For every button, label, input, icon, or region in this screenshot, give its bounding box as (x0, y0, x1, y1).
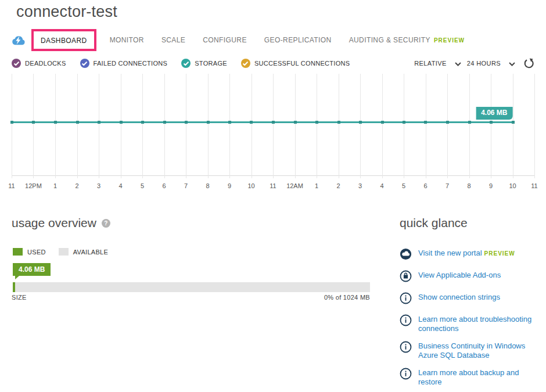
metric-check-icon (12, 59, 21, 68)
chart-gridline (534, 74, 535, 178)
refresh-icon[interactable] (523, 58, 534, 69)
link-troubleshooting-connections[interactable]: Learn more about troubleshooting connect… (400, 315, 546, 333)
cloud-lightning-icon (12, 35, 26, 45)
series-point-marker (54, 121, 57, 124)
quick-glance-section: quick glance Visit the new portalPREVIEW… (400, 216, 546, 392)
x-tick-label: 2 (75, 182, 78, 189)
chart-gridline (447, 74, 448, 178)
legend-item-used: USED (13, 248, 46, 256)
chart-controls: RELATIVE 24 HOURS (414, 58, 534, 69)
series-point-marker (294, 121, 297, 124)
relative-dropdown[interactable]: RELATIVE (414, 60, 447, 67)
x-tick-label: 4 (118, 182, 122, 189)
quick-glance-heading: quick glance (400, 216, 468, 230)
chart-gridline (77, 74, 78, 178)
chart-gridline (382, 74, 383, 178)
link-visit-new-portal[interactable]: Visit the new portalPREVIEW (400, 249, 546, 262)
x-tick-label: 7 (184, 182, 188, 189)
series-point-marker (32, 121, 35, 124)
series-point-marker (250, 121, 253, 124)
series-point-marker (163, 121, 166, 124)
metric-toggle-successful-connections[interactable]: SUCCESSFUL CONNECTIONS (241, 59, 350, 68)
chart-gridline (55, 74, 56, 178)
storage-series-line (12, 121, 513, 123)
chevron-down-icon[interactable] (509, 62, 515, 66)
usage-overview-section: usage overview ? USED AVAILABLE 4.06 MB … (12, 216, 372, 301)
series-point-marker (424, 121, 427, 124)
x-tick-label: 11 (8, 182, 15, 189)
chart-plot: 4.06 MB (12, 74, 534, 176)
chevron-down-icon[interactable] (455, 62, 461, 66)
chart-gridline (317, 74, 317, 178)
metric-check-icon (181, 59, 191, 68)
chart-gridline (252, 74, 252, 178)
info-icon (400, 314, 412, 329)
usage-bar (13, 282, 370, 292)
series-point-marker (468, 121, 471, 124)
info-icon (400, 292, 412, 307)
usage-overview-heading: usage overview (12, 216, 96, 230)
chart-gridline (404, 74, 404, 178)
tab-geo-replication[interactable]: GEO-REPLICATION (256, 36, 340, 44)
series-point-marker (403, 121, 405, 124)
x-tick-label: 9 (228, 182, 231, 189)
series-point-marker (120, 121, 123, 124)
tab-monitor[interactable]: MONITOR (101, 36, 153, 44)
chart-gridline (426, 74, 426, 178)
series-point-marker (98, 121, 100, 124)
size-value: 0% of 1024 MB (324, 294, 370, 301)
x-tick-label: 12PM (25, 182, 42, 189)
series-point-marker (315, 121, 318, 124)
info-icon (400, 368, 412, 382)
chart-gridline (208, 74, 209, 178)
x-tick-label: 5 (141, 182, 144, 189)
chart-gridline (360, 74, 361, 178)
tab-configure[interactable]: CONFIGURE (194, 36, 256, 44)
used-swatch (13, 248, 23, 256)
preview-badge: PREVIEW (434, 37, 465, 44)
x-tick-label: 12AM (286, 182, 303, 189)
link-show-connection-strings[interactable]: Show connection strings (400, 293, 546, 307)
tab-dashboard[interactable]: DASHBOARD (41, 37, 87, 45)
chart-gridline (12, 74, 12, 178)
tab-scale[interactable]: SCALE (153, 36, 194, 44)
usage-legend: USED AVAILABLE (13, 248, 372, 256)
series-point-marker (446, 121, 449, 124)
x-tick-label: 8 (467, 182, 470, 189)
info-icon (400, 341, 412, 355)
series-point-marker (141, 121, 144, 124)
metric-toggle-storage[interactable]: STORAGE (181, 59, 227, 68)
time-range-dropdown[interactable]: 24 HOURS (467, 60, 501, 67)
x-tick-label: 1 (53, 182, 57, 189)
series-point-marker (359, 121, 362, 124)
chart-gridline (142, 74, 143, 178)
x-tick-label: 2 (336, 182, 340, 189)
used-amount-badge: 4.06 MB (13, 263, 51, 276)
series-point-marker (337, 121, 340, 124)
chart-gridline (121, 74, 121, 178)
x-tick-label: 11 (270, 182, 276, 189)
chart-gridline (186, 74, 186, 178)
help-icon[interactable]: ? (102, 219, 110, 228)
series-point-marker (381, 121, 384, 124)
chart-gridline (33, 74, 34, 178)
chart-tooltip: 4.06 MB (476, 107, 512, 120)
link-backup-restore[interactable]: Learn more about backup and restore (400, 368, 546, 387)
link-view-addons[interactable]: View Applicable Add-ons (400, 271, 546, 285)
metric-check-icon (80, 59, 89, 68)
x-tick-label: 11 (531, 182, 537, 189)
x-tick-label: 8 (206, 182, 209, 189)
link-business-continuity[interactable]: Business Continuity in Windows Azure SQL… (400, 341, 546, 360)
tab-auditing-security[interactable]: AUDITING & SECURITYPREVIEW (340, 36, 473, 44)
chart-gridline (469, 74, 470, 178)
x-tick-label: 3 (97, 182, 100, 189)
series-point-marker (207, 121, 210, 124)
series-point-marker (272, 121, 275, 124)
legend-item-available: AVAILABLE (59, 248, 108, 256)
x-tick-label: 4 (380, 182, 383, 189)
x-tick-label: 5 (402, 182, 405, 189)
metric-toggle-failed-connections[interactable]: FAILED CONNECTIONS (80, 59, 168, 68)
chart-gridline (99, 74, 99, 178)
metric-toggle-deadlocks[interactable]: DEADLOCKS (12, 59, 66, 68)
x-tick-label: 6 (423, 182, 427, 189)
